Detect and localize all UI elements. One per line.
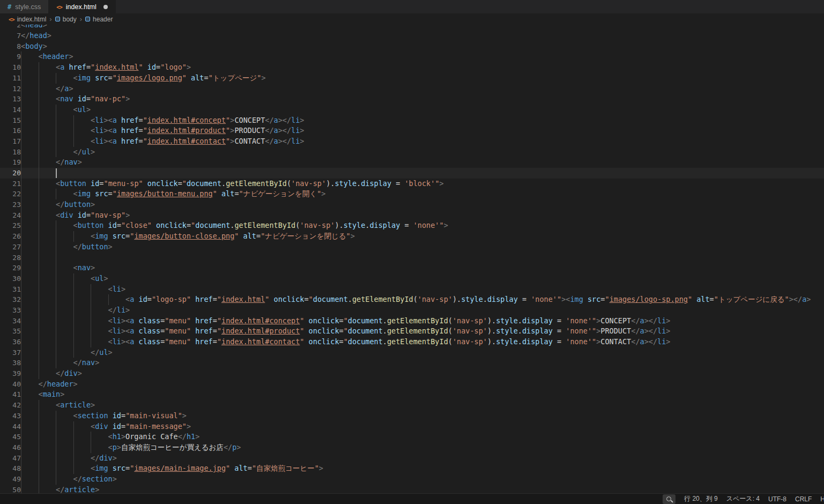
breadcrumb-item-body[interactable]: body (55, 16, 77, 23)
code-line-30[interactable]: 30 <ul> (0, 273, 824, 284)
line-number[interactable]: 45 (0, 432, 21, 442)
code-line-39[interactable]: 39 </div> (0, 368, 824, 379)
line-number[interactable]: 30 (0, 273, 21, 284)
code-line-23[interactable]: 23 </button> (0, 199, 824, 210)
code-line-35[interactable]: 35 <li><a class="menu" href="index.html#… (0, 326, 824, 337)
line-number[interactable]: 31 (0, 284, 21, 295)
line-number[interactable]: 24 (0, 210, 21, 221)
line-number[interactable]: 11 (0, 73, 21, 84)
line-number[interactable]: 26 (0, 231, 21, 242)
code-line-37[interactable]: 37 </ul> (0, 347, 824, 358)
line-number[interactable]: 38 (0, 358, 21, 368)
code-line-9[interactable]: 9 <header> (0, 51, 824, 62)
line-number[interactable]: 40 (0, 379, 21, 390)
line-number[interactable]: 10 (0, 62, 21, 73)
line-number[interactable]: 12 (0, 84, 21, 94)
code-line-33[interactable]: 33 </li> (0, 305, 824, 316)
line-number[interactable]: 13 (0, 94, 21, 105)
code-line-18[interactable]: 18 </ul> (0, 147, 824, 158)
code-line-11[interactable]: 11 <img src="images/logo.png" alt="トップペー… (0, 73, 824, 84)
tab-style-css[interactable]: # style.css (0, 0, 49, 13)
line-number[interactable]: 27 (0, 242, 21, 253)
line-number[interactable]: 23 (0, 199, 21, 210)
line-number[interactable]: 34 (0, 316, 21, 327)
line-number[interactable]: 18 (0, 147, 21, 158)
line-number[interactable]: 37 (0, 347, 21, 358)
line-number[interactable]: 21 (0, 179, 21, 189)
code-line-43[interactable]: 43 <section id="main-visual"> (0, 411, 824, 421)
line-number[interactable]: 46 (0, 442, 21, 453)
line-number[interactable]: 2 (0, 25, 21, 31)
modified-indicator-icon[interactable] (103, 5, 108, 9)
code-line-45[interactable]: 45 <h1>Organic Cafe</h1> (0, 432, 824, 442)
editor[interactable]: 2<head>7</head>8<body>9 <header>10 <a hr… (0, 25, 824, 493)
line-number[interactable]: 39 (0, 368, 21, 379)
code-line-34[interactable]: 34 <li><a class="menu" href="index.html#… (0, 316, 824, 327)
code-line-42[interactable]: 42 <article> (0, 400, 824, 411)
search-status-item[interactable] (663, 494, 675, 504)
indentation-status[interactable]: スペース: 4 (726, 494, 760, 503)
code-line-14[interactable]: 14 <ul> (0, 105, 824, 115)
code-line-50[interactable]: 50 </article> (0, 485, 824, 493)
cursor-position-status[interactable]: 行 20、列 9 (684, 494, 718, 503)
line-number[interactable]: 35 (0, 326, 21, 337)
line-number[interactable]: 41 (0, 389, 21, 400)
line-number[interactable]: 48 (0, 463, 21, 474)
line-number[interactable]: 15 (0, 115, 21, 126)
code-line-48[interactable]: 48 <img src="images/main-image.jpg" alt=… (0, 463, 824, 474)
line-number[interactable]: 20 (0, 168, 21, 179)
code-line-28[interactable]: 28 (0, 253, 824, 263)
code-line-40[interactable]: 40 </header> (0, 379, 824, 390)
code-line-41[interactable]: 41 <main> (0, 389, 824, 400)
line-number[interactable]: 8 (0, 41, 21, 52)
line-number[interactable]: 44 (0, 421, 21, 432)
code-line-15[interactable]: 15 <li><a href="index.html#concept">CONC… (0, 115, 824, 126)
line-number[interactable]: 16 (0, 125, 21, 136)
code-line-22[interactable]: 22 <img src="images/button-menu.png" alt… (0, 189, 824, 199)
code-line-10[interactable]: 10 <a href="index.html" id="logo"> (0, 62, 824, 73)
eol-status[interactable]: CRLF (795, 495, 812, 503)
code-line-24[interactable]: 24 <div id="nav-sp"> (0, 210, 824, 221)
code-line-16[interactable]: 16 <li><a href="index.html#product">PROD… (0, 125, 824, 136)
code-line-26[interactable]: 26 <img src="images/button-close.png" al… (0, 231, 824, 242)
code-line-12[interactable]: 12 </a> (0, 84, 824, 94)
language-mode-status[interactable]: HTML (820, 495, 824, 503)
code-line-19[interactable]: 19 </nav> (0, 157, 824, 168)
line-number[interactable]: 22 (0, 189, 21, 199)
code-line-17[interactable]: 17 <li><a href="index.html#contact">CONT… (0, 136, 824, 147)
line-number[interactable]: 14 (0, 105, 21, 115)
code-line-27[interactable]: 27 </button> (0, 242, 824, 253)
code-line-20[interactable]: 20 (0, 168, 824, 179)
line-number[interactable]: 17 (0, 136, 21, 147)
line-number[interactable]: 32 (0, 294, 21, 305)
code-line-46[interactable]: 46 <p>自家焙煎コーヒーが買えるお店</p> (0, 442, 824, 453)
line-number[interactable]: 47 (0, 453, 21, 464)
code-line-44[interactable]: 44 <div id="main-message"> (0, 421, 824, 432)
code-line-31[interactable]: 31 <li> (0, 284, 824, 295)
code-line-47[interactable]: 47 </div> (0, 453, 824, 464)
code-line-49[interactable]: 49 </section> (0, 474, 824, 485)
code-line-38[interactable]: 38 </nav> (0, 358, 824, 368)
line-number[interactable]: 42 (0, 400, 21, 411)
code-line-21[interactable]: 21 <button id="menu-sp" onclick="documen… (0, 179, 824, 189)
tab-index-html[interactable]: <> index.html (49, 0, 116, 13)
code-line-7[interactable]: 7</head> (0, 31, 824, 41)
code-line-8[interactable]: 8<body> (0, 41, 824, 52)
line-number[interactable]: 50 (0, 485, 21, 493)
encoding-status[interactable]: UTF-8 (768, 495, 786, 503)
line-number[interactable]: 43 (0, 411, 21, 421)
line-number[interactable]: 36 (0, 337, 21, 347)
code-line-2[interactable]: 2<head> (0, 25, 824, 31)
code-line-36[interactable]: 36 <li><a class="menu" href="index.html#… (0, 337, 824, 347)
code-line-32[interactable]: 32 <a id="logo-sp" href="index.html" onc… (0, 294, 824, 305)
line-number[interactable]: 28 (0, 253, 21, 263)
code-line-13[interactable]: 13 <nav id="nav-pc"> (0, 94, 824, 105)
line-number[interactable]: 25 (0, 220, 21, 231)
line-number[interactable]: 9 (0, 51, 21, 62)
line-number[interactable]: 29 (0, 263, 21, 273)
breadcrumb-item-header[interactable]: header (85, 16, 113, 23)
line-number[interactable]: 7 (0, 31, 21, 41)
line-number[interactable]: 19 (0, 157, 21, 168)
line-number[interactable]: 33 (0, 305, 21, 316)
breadcrumb-item-file[interactable]: <> index.html (9, 16, 46, 23)
